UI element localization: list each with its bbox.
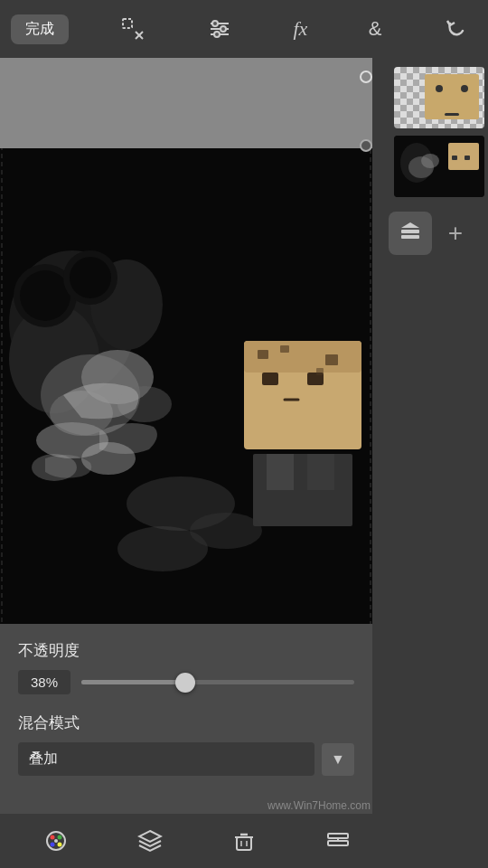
svg-rect-42 [452,156,457,160]
layer-stack-row: + [389,204,472,262]
undo-button[interactable] [434,11,477,47]
svg-rect-45 [401,235,419,239]
layers-button[interactable] [130,821,170,861]
photo-painted [0,148,372,624]
blend-arrow[interactable]: ▼ [322,743,354,776]
svg-rect-29 [316,368,324,375]
layer-1-thumb[interactable] [394,67,484,128]
merge-button[interactable] [318,821,358,861]
svg-rect-43 [465,156,470,160]
svg-rect-0 [123,19,132,28]
right-sidebar: + [372,58,488,868]
svg-point-40 [421,154,439,168]
layer-2-thumb[interactable] [394,136,484,197]
layer-stack-button[interactable] [389,212,432,255]
blend-select[interactable]: 叠加 [18,742,314,776]
svg-point-50 [51,843,55,847]
bottom-panel: 不透明度 38% 混合模式 叠加 ▼ [0,624,372,814]
adjust-tool-button[interactable] [198,11,241,47]
opacity-fill [81,680,185,684]
svg-rect-27 [280,345,289,353]
svg-rect-32 [307,454,334,490]
blend-tool-button[interactable]: & [360,12,391,46]
svg-point-5 [221,26,226,32]
svg-rect-28 [325,354,338,365]
canvas-top-grey [0,58,372,148]
svg-point-35 [190,513,262,549]
canvas-area[interactable] [0,58,372,624]
svg-rect-55 [328,834,348,838]
opacity-label: 不透明度 [18,640,354,661]
select-tool-button[interactable] [111,11,155,47]
svg-point-6 [214,32,220,37]
svg-point-21 [70,257,111,298]
svg-point-48 [51,835,55,840]
done-button[interactable]: 完成 [11,14,69,44]
svg-rect-56 [328,841,348,845]
svg-point-52 [54,839,58,843]
delete-button[interactable] [224,821,264,861]
blend-current: 叠加 [29,750,58,769]
svg-point-49 [58,835,62,840]
layer-2-wrapper [376,136,484,197]
opacity-thumb[interactable] [175,673,195,693]
opacity-row: 38% [18,670,354,694]
opacity-slider[interactable] [81,680,354,684]
fx-tool-button[interactable]: fx [284,12,316,46]
layer-1-radio[interactable] [360,71,372,83]
layer-2-radio[interactable] [360,139,372,152]
svg-rect-54 [237,837,251,850]
svg-marker-53 [139,831,161,842]
svg-rect-31 [267,454,294,490]
palette-button[interactable] [36,821,76,861]
opacity-value: 38% [18,670,70,694]
top-toolbar: 完成 fx & [0,0,488,58]
svg-marker-46 [401,222,419,228]
layer-add-button[interactable]: + [439,217,472,250]
layer-1-wrapper [376,67,484,128]
svg-point-19 [20,270,70,321]
blend-row: 叠加 ▼ [18,742,354,776]
svg-point-51 [58,843,62,847]
svg-point-4 [212,21,218,26]
danbo-mouth [445,113,459,116]
blend-label: 混合模式 [18,712,354,733]
svg-rect-44 [401,230,419,233]
svg-rect-26 [258,350,268,359]
svg-rect-24 [262,373,278,385]
